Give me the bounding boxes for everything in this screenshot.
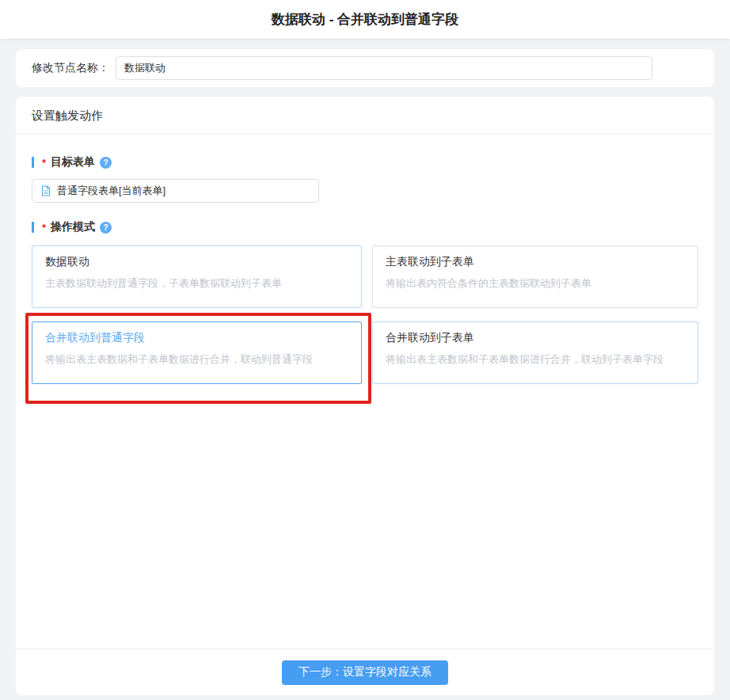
dialog-header: 数据联动 - 合并联动到普通字段 (0, 0, 730, 40)
question-circle-icon[interactable]: ? (100, 157, 112, 169)
node-name-label: 修改节点名称： (32, 61, 109, 75)
label-accent-bar (32, 222, 34, 233)
operation-mode-cell: 数据联动 主表数据联动到普通字段，子表单数据联动到子表单 (32, 245, 362, 308)
target-form-select[interactable]: 普通字段表单[当前表单] (32, 179, 319, 203)
target-form-label: 目标表单 (51, 155, 95, 169)
page-title: 数据联动 - 合并联动到普通字段 (272, 10, 458, 29)
option-description: 将输出表内符合条件的主表数据联动到子表单 (386, 276, 685, 291)
trigger-action-card: 设置触发动作 * 目标表单 ? 普通字段表单[当前表单] * 操作模式 ? (16, 97, 714, 695)
section-body: * 目标表单 ? 普通字段表单[当前表单] * 操作模式 ? 数据联动 (16, 135, 714, 649)
option-description: 将输出表主表数据和子表单数据进行合并，联动到普通字段 (45, 352, 348, 367)
form-document-icon (40, 185, 51, 196)
option-title: 主表联动到子表单 (386, 255, 685, 269)
operation-mode-option[interactable]: 合并联动到普通字段 将输出表主表数据和子表单数据进行合并，联动到普通字段 (32, 321, 362, 384)
operation-mode-label-row: * 操作模式 ? (32, 220, 698, 234)
target-form-label-row: * 目标表单 ? (32, 155, 698, 169)
target-form-value: 普通字段表单[当前表单] (57, 184, 165, 198)
required-asterisk: * (42, 222, 46, 234)
option-description: 主表数据联动到普通字段，子表单数据联动到子表单 (45, 276, 348, 291)
option-title: 合并联动到子表单 (386, 331, 685, 345)
node-name-card: 修改节点名称： (16, 49, 714, 87)
section-title: 设置触发动作 (16, 97, 714, 135)
option-title: 数据联动 (45, 255, 348, 269)
operation-mode-label: 操作模式 (51, 220, 95, 234)
required-asterisk: * (42, 157, 46, 169)
option-description: 将输出表主表数据和子表单数据进行合并，联动到子表单字段 (386, 352, 685, 367)
node-name-input[interactable] (116, 56, 652, 80)
label-accent-bar (32, 157, 34, 168)
operation-mode-cell: 主表联动到子表单 将输出表内符合条件的主表数据联动到子表单 (372, 245, 698, 308)
next-step-button[interactable]: 下一步：设置字段对应关系 (282, 660, 448, 685)
operation-mode-option[interactable]: 主表联动到子表单 将输出表内符合条件的主表数据联动到子表单 (372, 245, 698, 308)
option-title: 合并联动到普通字段 (45, 331, 348, 345)
operation-mode-option[interactable]: 数据联动 主表数据联动到普通字段，子表单数据联动到子表单 (32, 245, 362, 308)
section-footer: 下一步：设置字段对应关系 (16, 649, 714, 695)
operation-mode-option[interactable]: 合并联动到子表单 将输出表主表数据和子表单数据进行合并，联动到子表单字段 (372, 321, 698, 384)
operation-mode-cell: 合并联动到子表单 将输出表主表数据和子表单数据进行合并，联动到子表单字段 (372, 321, 698, 384)
operation-mode-grid: 数据联动 主表数据联动到普通字段，子表单数据联动到子表单 主表联动到子表单 将输… (32, 245, 698, 384)
question-circle-icon[interactable]: ? (100, 222, 112, 234)
operation-mode-cell: 合并联动到普通字段 将输出表主表数据和子表单数据进行合并，联动到普通字段 (32, 321, 362, 384)
